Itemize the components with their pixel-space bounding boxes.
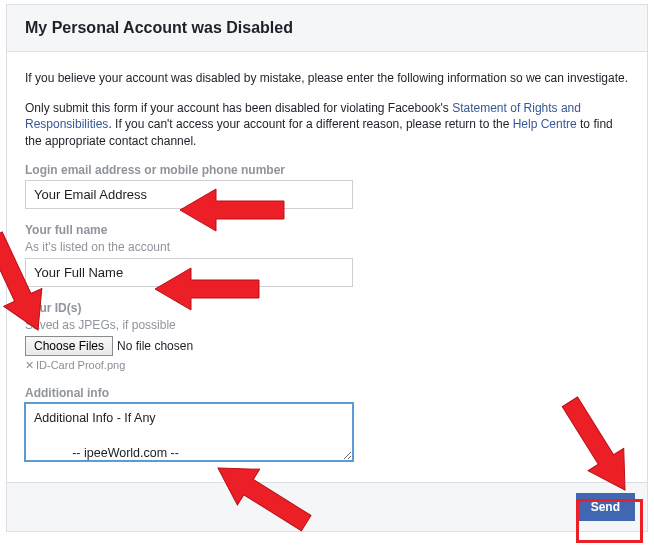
sublabel-full-name: As it's listed on the account <box>25 240 629 254</box>
policy-text: Only submit this form if your account ha… <box>25 100 629 149</box>
uploaded-file-list: ✕ID-Card Proof.png <box>25 358 629 372</box>
intro-text: If you believe your account was disabled… <box>25 70 629 86</box>
panel-header: My Personal Account was Disabled <box>7 5 647 52</box>
uploaded-file-name: ID-Card Proof.png <box>36 359 125 371</box>
label-additional: Additional info <box>25 386 629 400</box>
no-file-chosen-text: No file chosen <box>117 339 193 353</box>
field-full-name: Your full name As it's listed on the acc… <box>25 223 629 287</box>
panel-footer: Send <box>7 482 647 531</box>
label-id: Your ID(s) <box>25 301 629 315</box>
panel-body: If you believe your account was disabled… <box>7 52 647 482</box>
uploaded-file-item: ✕ID-Card Proof.png <box>25 359 125 371</box>
field-additional: Additional info <box>25 386 629 464</box>
policy-text-2: . If you can't access your account for a… <box>108 117 512 131</box>
field-email: Login email address or mobile phone numb… <box>25 163 629 209</box>
form-panel: My Personal Account was Disabled If you … <box>6 4 648 532</box>
field-id-upload: Your ID(s) Saved as JPEGs, if possible C… <box>25 301 629 372</box>
additional-info-textarea[interactable] <box>25 403 353 461</box>
email-input[interactable] <box>25 180 353 209</box>
full-name-input[interactable] <box>25 258 353 287</box>
sublabel-id: Saved as JPEGs, if possible <box>25 318 629 332</box>
policy-text-1: Only submit this form if your account ha… <box>25 101 452 115</box>
page-title: My Personal Account was Disabled <box>25 19 629 37</box>
link-help-centre[interactable]: Help Centre <box>513 117 577 131</box>
send-button[interactable]: Send <box>576 493 635 521</box>
choose-files-button[interactable]: Choose Files <box>25 336 113 356</box>
label-email: Login email address or mobile phone numb… <box>25 163 629 177</box>
label-full-name: Your full name <box>25 223 629 237</box>
remove-file-icon[interactable]: ✕ <box>25 359 34 371</box>
